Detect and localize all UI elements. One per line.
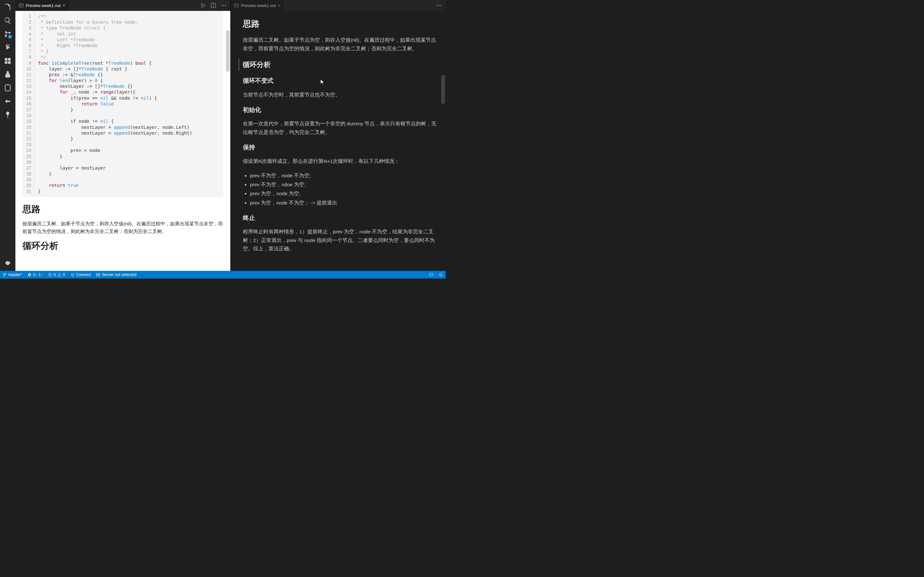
tree-icon[interactable]	[4, 111, 11, 119]
status-connect[interactable]: Connect	[70, 272, 91, 277]
list-item: prev 为空，node 为空;	[250, 189, 437, 198]
r-p1: 按层遍历二叉树。如果子节点为空，则存入空值(nil)。在遍历过程中，如果出现某节…	[243, 36, 437, 53]
search-icon[interactable]	[4, 17, 11, 24]
status-bell[interactable]	[439, 272, 443, 277]
debug-icon[interactable]	[4, 44, 11, 51]
tab-preview-right[interactable]: Preview week1.md ×	[231, 0, 284, 11]
feedback-icon	[429, 272, 433, 277]
r-h2: 循环分析	[238, 59, 437, 71]
md-h2: 循环分析	[23, 240, 223, 252]
explorer-icon[interactable]	[4, 3, 11, 11]
list-item: prev 不为空，ndoe 为空;	[250, 181, 437, 189]
svg-point-8	[439, 5, 439, 6]
bell-icon	[439, 272, 443, 277]
svg-rect-11	[97, 274, 100, 275]
status-sync[interactable]: 0↓ 1↑	[27, 272, 43, 277]
tab-label: Preview week1.md	[241, 3, 276, 8]
md-h1: 思路	[23, 203, 223, 215]
r-h3d: 终止	[243, 213, 437, 223]
r-h3c: 保持	[243, 142, 437, 153]
settings-icon[interactable]	[4, 260, 11, 268]
scm-icon[interactable]: 4	[4, 30, 11, 38]
right-tabbar: Preview week1.md ×	[231, 0, 446, 11]
r-ul: prev 不为空，node 不为空; prev 不为空，ndoe 为空; pre…	[250, 171, 437, 207]
close-icon[interactable]: ×	[278, 3, 280, 8]
left-preview-body: 1234567891011121314151617181920212223242…	[15, 11, 230, 266]
r-pa: 当前节点不为空时，其前置节点也不为空。	[243, 91, 437, 99]
database-icon[interactable]	[4, 84, 11, 92]
right-preview-body: 思路 按层遍历二叉树。如果子节点为空，则存入空值(nil)。在遍历过程中，如果出…	[231, 11, 446, 268]
tab-preview-left[interactable]: Preview week1.md ×	[15, 0, 69, 11]
status-bar: master* 0↓ 1↑ 0 0 Connect Server not sel…	[0, 271, 446, 279]
status-problems[interactable]: 0 0	[48, 272, 65, 277]
extensions-icon[interactable]	[4, 57, 11, 65]
r-pd: 程序终止时有两种情形，1）提前终止，prev 为空，node 不为空，结果为非完…	[243, 227, 437, 253]
more-icon[interactable]	[436, 3, 442, 8]
r-h1: 思路	[243, 17, 437, 31]
r-pc: 假设第N次循环成立。那么在进行第N+1次循环时，有以下几种情况：	[243, 157, 437, 165]
r-h3a: 循环不变式	[243, 76, 437, 86]
go-icon[interactable]	[4, 97, 11, 105]
test-icon[interactable]	[4, 71, 11, 78]
markdown-preview-icon	[19, 3, 24, 8]
tab-label: Preview week1.md	[26, 3, 61, 8]
plug-icon	[70, 272, 75, 277]
close-icon[interactable]: ×	[63, 3, 65, 8]
more-icon[interactable]	[221, 3, 226, 8]
status-feedback[interactable]	[429, 272, 433, 277]
left-tabbar: Preview week1.md ×	[15, 0, 230, 11]
status-server[interactable]: Server not selected	[96, 272, 136, 277]
error-icon	[48, 272, 52, 277]
svg-point-5	[225, 5, 226, 6]
activity-bar: 4	[0, 0, 15, 271]
status-branch[interactable]: master*	[3, 272, 22, 277]
md-p: 按层遍历二叉树。如果子节点为空，则存入空值(nil)。在遍历过程中，如果出现某节…	[23, 220, 223, 235]
markdown-preview-icon	[234, 3, 239, 8]
svg-point-9	[440, 5, 441, 6]
svg-point-4	[223, 5, 224, 6]
code-block: 1234567891011121314151617181920212223242…	[23, 11, 223, 197]
split-editor-icon[interactable]	[210, 3, 216, 8]
r-pb: 在第一次迭代中，前置节点设置为一个非空的 dummy 节点，表示只有根节点的树，…	[243, 119, 437, 137]
scm-badge: 4	[8, 35, 12, 39]
scrollbar-thumb[interactable]	[226, 30, 230, 72]
sync-icon	[27, 272, 32, 277]
server-icon	[96, 272, 100, 277]
svg-point-3	[222, 5, 222, 6]
list-item: prev 不为空，node 不为空;	[250, 171, 437, 180]
r-h3b: 初始化	[243, 105, 437, 115]
svg-point-7	[437, 5, 438, 6]
list-item: prev 为空，node 不为空； -> 提前退出	[250, 199, 437, 207]
branch-icon	[3, 272, 7, 277]
warning-icon	[57, 272, 61, 277]
scrollbar-thumb[interactable]	[441, 75, 445, 104]
run-icon[interactable]	[200, 3, 206, 8]
svg-rect-12	[97, 275, 100, 276]
